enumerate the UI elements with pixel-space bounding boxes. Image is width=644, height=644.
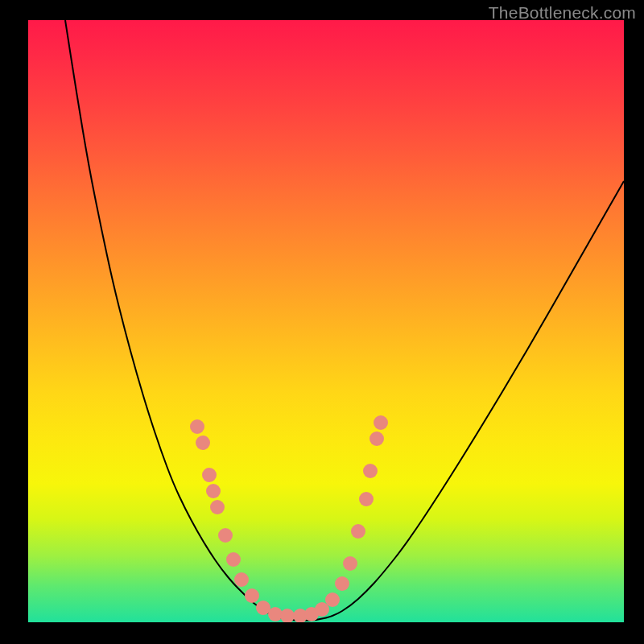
gradient-plot-area (28, 20, 624, 622)
curve-line (65, 20, 624, 621)
data-marker (304, 607, 319, 621)
bottleneck-curve (28, 20, 624, 622)
data-marker (315, 602, 329, 617)
data-marker (369, 431, 384, 446)
data-marker (245, 588, 259, 603)
data-marker (351, 524, 365, 539)
data-marker (190, 419, 204, 434)
data-marker (256, 601, 270, 615)
watermark-text: TheBottleneck.com (489, 3, 636, 23)
data-marker (234, 572, 249, 587)
data-marker (196, 436, 210, 450)
data-marker (206, 484, 221, 498)
data-marker (280, 609, 295, 622)
data-marker (268, 607, 283, 621)
data-marker (343, 556, 357, 571)
data-marker (210, 500, 225, 514)
chart-frame: TheBottleneck.com (0, 0, 644, 644)
data-marker (374, 415, 388, 430)
data-marker (363, 464, 378, 478)
data-marker (202, 468, 217, 482)
data-markers (190, 415, 388, 622)
data-marker (325, 592, 340, 607)
data-marker (359, 492, 374, 506)
data-marker (293, 609, 308, 622)
data-marker (226, 552, 241, 567)
data-marker (335, 576, 349, 591)
data-marker (218, 528, 233, 543)
